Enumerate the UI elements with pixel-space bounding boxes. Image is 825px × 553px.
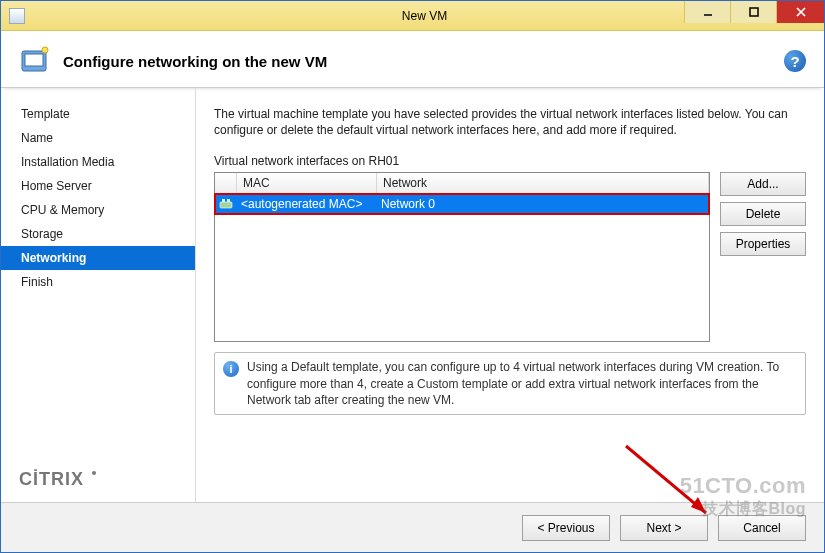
new-vm-window: New VM Configure networking on the new V…: [0, 0, 825, 553]
page-title: Configure networking on the new VM: [63, 53, 784, 70]
svg-point-7: [92, 471, 96, 475]
step-cpu-memory[interactable]: CPU & Memory: [1, 198, 195, 222]
nic-icon: [215, 197, 237, 211]
svg-rect-5: [25, 54, 43, 66]
step-networking[interactable]: Networking: [1, 246, 195, 270]
cancel-button[interactable]: Cancel: [718, 515, 806, 541]
delete-button[interactable]: Delete: [720, 202, 806, 226]
table-row[interactable]: <autogenerated MAC> Network 0: [215, 194, 709, 214]
column-header-network[interactable]: Network: [377, 173, 709, 193]
previous-button[interactable]: < Previous: [522, 515, 610, 541]
wizard-body: Template Name Installation Media Home Se…: [1, 88, 824, 502]
wizard-sidebar: Template Name Installation Media Home Se…: [1, 88, 196, 502]
cell-network: Network 0: [377, 197, 709, 211]
interfaces-area: MAC Network <autogenerated MAC> Network …: [214, 172, 806, 342]
column-header-icon[interactable]: [215, 173, 237, 193]
svg-rect-9: [222, 199, 225, 202]
window-buttons: [684, 1, 824, 23]
interfaces-label: Virtual network interfaces on RH01: [214, 154, 806, 168]
step-storage[interactable]: Storage: [1, 222, 195, 246]
step-finish[interactable]: Finish: [1, 270, 195, 294]
step-template[interactable]: Template: [1, 102, 195, 126]
wizard-icon: [19, 45, 51, 77]
networking-panel: The virtual machine template you have se…: [196, 88, 824, 502]
citrix-logo: CİTRIX: [19, 469, 98, 490]
info-box: i Using a Default template, you can conf…: [214, 352, 806, 415]
info-text: Using a Default template, you can config…: [247, 359, 799, 408]
step-installation-media[interactable]: Installation Media: [1, 150, 195, 174]
maximize-button[interactable]: [730, 1, 776, 23]
table-header: MAC Network: [215, 173, 709, 194]
titlebar[interactable]: New VM: [1, 1, 824, 31]
step-name[interactable]: Name: [1, 126, 195, 150]
help-icon[interactable]: ?: [784, 50, 806, 72]
interfaces-table[interactable]: MAC Network <autogenerated MAC> Network …: [214, 172, 710, 342]
app-icon: [9, 8, 25, 24]
wizard-footer: < Previous Next > Cancel: [1, 502, 824, 552]
minimize-button[interactable]: [684, 1, 730, 23]
next-button[interactable]: Next >: [620, 515, 708, 541]
wizard-steps: Template Name Installation Media Home Se…: [1, 102, 195, 294]
svg-rect-10: [227, 199, 230, 202]
properties-button[interactable]: Properties: [720, 232, 806, 256]
column-header-mac[interactable]: MAC: [237, 173, 377, 193]
close-button[interactable]: [776, 1, 824, 23]
wizard-header: Configure networking on the new VM ?: [1, 31, 824, 88]
info-icon: i: [223, 361, 239, 377]
step-home-server[interactable]: Home Server: [1, 174, 195, 198]
svg-rect-8: [220, 202, 232, 208]
svg-rect-1: [750, 8, 758, 16]
svg-point-6: [42, 47, 48, 53]
add-button[interactable]: Add...: [720, 172, 806, 196]
cell-mac: <autogenerated MAC>: [237, 197, 377, 211]
description-text: The virtual machine template you have se…: [214, 106, 806, 138]
interface-buttons: Add... Delete Properties: [720, 172, 806, 342]
